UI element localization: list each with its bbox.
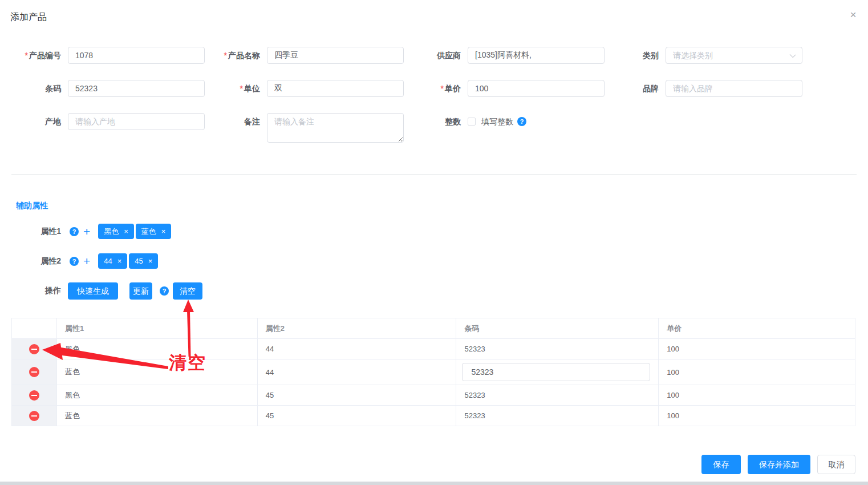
- quick-generate-button[interactable]: 快速生成: [68, 282, 118, 300]
- integer-label: 整数: [404, 113, 461, 130]
- field-product-name: *产品名称: [203, 47, 404, 64]
- col-header-attr1: 属性1: [57, 318, 258, 339]
- section-divider: [11, 174, 857, 175]
- attr2-tags: 44× 45×: [98, 253, 158, 269]
- close-icon[interactable]: ×: [846, 8, 860, 22]
- cell-barcode: 52323: [456, 385, 659, 406]
- origin-label: 产地: [4, 113, 61, 130]
- cell-barcode-input[interactable]: [462, 363, 650, 381]
- attr1-tag: 黑色×: [98, 224, 134, 239]
- required-mark: *: [25, 51, 28, 60]
- save-and-add-button[interactable]: 保存并添加: [748, 455, 810, 474]
- table-row: 蓝色 44 100: [12, 359, 855, 385]
- cell-attr2: 45: [258, 385, 457, 406]
- attr2-tag: 44×: [98, 253, 127, 269]
- integer-checkbox[interactable]: [468, 118, 476, 126]
- col-header-barcode: 条码: [456, 318, 659, 339]
- table-row: 黑色 44 52323 100: [12, 339, 855, 359]
- cell-price: 100: [659, 385, 855, 406]
- unit-input[interactable]: [267, 80, 404, 97]
- category-placeholder: 请选择类别: [673, 51, 713, 60]
- operations-row: 操作 快速生成 更新 ? 清空: [4, 282, 202, 300]
- unit-price-input[interactable]: [468, 80, 605, 97]
- cell-attr1: 黑色: [57, 385, 258, 406]
- cell-price: 100: [659, 406, 855, 426]
- tag-close-icon[interactable]: ×: [124, 227, 128, 236]
- supplier-label: 供应商: [404, 47, 461, 64]
- remove-row-icon[interactable]: [29, 390, 39, 401]
- attr2-add-icon[interactable]: +: [83, 256, 90, 267]
- category-label: 类别: [602, 47, 659, 64]
- field-category: 类别 请选择类别: [602, 47, 802, 64]
- table-row: 黑色 45 52323 100: [12, 385, 855, 406]
- brand-input[interactable]: [666, 80, 802, 97]
- save-button[interactable]: 保存: [701, 455, 741, 474]
- cancel-button[interactable]: 取消: [817, 455, 855, 474]
- remove-row-icon[interactable]: [29, 367, 39, 377]
- product-name-label: *产品名称: [203, 47, 260, 64]
- cell-attr2: 44: [258, 339, 457, 359]
- field-barcode: 条码: [4, 80, 205, 97]
- update-button[interactable]: 更新: [129, 282, 152, 300]
- barcode-label: 条码: [4, 80, 61, 97]
- product-code-input[interactable]: [68, 47, 205, 64]
- origin-input[interactable]: [68, 113, 205, 130]
- variants-table: 属性1 属性2 条码 单价 黑色 44 52323 100 蓝色 44 100 …: [11, 318, 855, 426]
- col-header-attr2: 属性2: [258, 318, 457, 339]
- row-action-header: [12, 318, 57, 339]
- supplier-input[interactable]: [468, 47, 605, 64]
- field-integer: 整数 填写整数 ?: [404, 113, 526, 130]
- attr2-tag: 45×: [129, 253, 158, 269]
- remove-row-icon[interactable]: [29, 344, 39, 354]
- aux-section-title: 辅助属性: [16, 201, 48, 211]
- attr2-help-icon[interactable]: ?: [70, 257, 79, 266]
- field-supplier: 供应商: [404, 47, 605, 64]
- attr1-tags: 黑色× 蓝色×: [98, 224, 171, 239]
- tag-close-icon[interactable]: ×: [117, 257, 122, 265]
- cell-attr1: 蓝色: [57, 406, 258, 426]
- unit-price-label: *单价: [404, 80, 461, 97]
- chevron-down-icon: [790, 52, 796, 58]
- table-header-row: 属性1 属性2 条码 单价: [12, 318, 855, 339]
- col-header-price: 单价: [659, 318, 855, 339]
- field-brand: 品牌: [602, 80, 802, 97]
- required-mark: *: [224, 51, 227, 60]
- attr1-add-icon[interactable]: +: [83, 226, 90, 237]
- field-remark: 备注: [203, 113, 404, 143]
- field-unit-price: *单价: [404, 80, 605, 97]
- integer-checkbox-label: 填写整数: [481, 113, 513, 130]
- cell-attr2: 45: [258, 406, 457, 426]
- clear-button[interactable]: 清空: [173, 282, 202, 300]
- unit-label: *单位: [203, 80, 260, 97]
- attr1-row: 属性1 ? + 黑色× 蓝色×: [4, 224, 171, 239]
- product-code-label: *产品编号: [4, 47, 61, 64]
- window-bottom-edge: [0, 482, 868, 485]
- product-name-input[interactable]: [267, 47, 404, 64]
- cell-attr2: 44: [258, 359, 457, 385]
- category-select[interactable]: 请选择类别: [666, 47, 802, 64]
- attr2-label: 属性2: [4, 256, 61, 266]
- cell-attr1: 黑色: [57, 339, 258, 359]
- attr2-row: 属性2 ? + 44× 45×: [4, 253, 158, 269]
- required-mark: *: [441, 84, 444, 93]
- update-help-icon[interactable]: ?: [160, 286, 169, 296]
- attr1-label: 属性1: [4, 227, 61, 237]
- integer-help-icon[interactable]: ?: [517, 117, 526, 126]
- brand-label: 品牌: [602, 80, 659, 97]
- attr1-tag: 蓝色×: [136, 224, 172, 239]
- add-product-dialog: 添加产品 × *产品编号 *产品名称 供应商 类别 请选择类别 条码 *单位 *…: [0, 0, 868, 485]
- field-product-code: *产品编号: [4, 47, 205, 64]
- required-mark: *: [240, 84, 243, 93]
- remark-textarea[interactable]: [267, 113, 404, 143]
- barcode-input[interactable]: [68, 80, 205, 97]
- cell-price: 100: [659, 339, 855, 359]
- cell-barcode: 52323: [456, 406, 659, 426]
- attr1-help-icon[interactable]: ?: [70, 227, 79, 236]
- field-origin: 产地: [4, 113, 205, 130]
- cell-barcode: 52323: [456, 339, 659, 359]
- tag-close-icon[interactable]: ×: [148, 257, 153, 265]
- cell-price: 100: [659, 359, 855, 385]
- remove-row-icon[interactable]: [29, 411, 39, 421]
- tag-close-icon[interactable]: ×: [161, 227, 166, 236]
- operations-label: 操作: [4, 286, 61, 296]
